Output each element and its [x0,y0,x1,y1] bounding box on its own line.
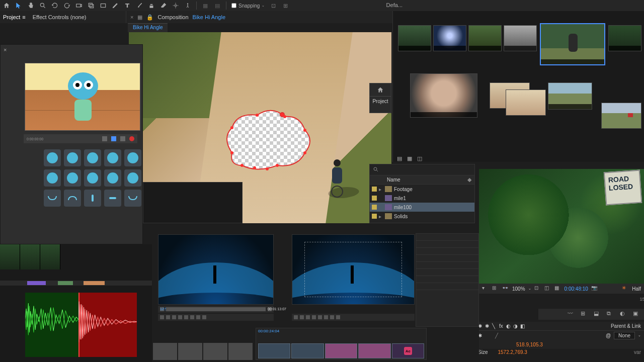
type-tool-icon[interactable] [124,2,131,9]
graphics-clip[interactable] [358,343,390,358]
graph-editor-icon[interactable]: 〰 [568,310,576,318]
expression-thumb[interactable] [124,149,141,166]
expression-thumb[interactable] [84,149,101,166]
list-view-icon[interactable]: ▤ [396,155,403,162]
freeform-view-icon[interactable]: ◫ [416,155,423,162]
project-tab[interactable]: Project ≡ [3,14,26,20]
label-swatch[interactable] [372,196,377,201]
overwrite-icon[interactable] [196,315,200,319]
expression-thumb[interactable] [104,169,121,187]
zoom-chevron-icon[interactable]: ⌄ [528,287,531,291]
project-item[interactable]: mile100 [370,203,474,212]
step-fwd-icon[interactable] [184,315,188,319]
record-icon[interactable] [129,136,134,141]
essential-graphics-panel[interactable] [416,233,479,327]
project-item[interactable]: ▸Solids [370,212,474,221]
align-icon[interactable]: ▦ [202,2,209,9]
expression-thumb[interactable] [44,149,61,166]
label-swatch[interactable] [372,205,377,210]
project-item[interactable]: ▸Footage [370,185,474,194]
secondary-viewer[interactable]: ROAD LOSED [479,169,644,284]
home-icon[interactable] [3,2,10,9]
parent-dropdown[interactable]: None [614,332,635,339]
insert-icon[interactable] [190,315,194,319]
3d-layer-icon[interactable]: ◧ [520,323,526,329]
hand-tool-icon[interactable] [27,2,34,9]
export-frame-icon[interactable] [202,315,206,319]
waveform-display[interactable] [25,293,137,357]
search-icon[interactable] [373,166,379,173]
zoom-tool-icon[interactable] [39,2,46,9]
expression-thumb[interactable] [104,149,121,166]
region-icon[interactable]: ◫ [544,285,551,292]
media-thumb-selected[interactable] [540,23,605,65]
zoom-value[interactable]: 100% [512,286,525,292]
grid-view-icon[interactable]: ▦ [406,155,413,162]
mark-out-icon[interactable] [166,315,170,319]
media-thumb[interactable] [398,25,431,51]
snap-grid-icon[interactable]: ⊞ [282,2,289,9]
selection-tool-icon[interactable] [15,2,22,9]
size-value[interactable]: 1572.2,769.3 [498,349,527,355]
3d-icon[interactable]: ⧉ [607,310,615,318]
close-icon[interactable]: × [4,47,7,53]
snap-edge-icon[interactable]: ⊡ [270,2,277,9]
snapping-checkbox[interactable] [231,3,236,8]
bin-thumb[interactable] [178,343,202,360]
step-back-icon[interactable] [172,315,176,319]
label-column-icon[interactable]: ◆ [467,176,471,183]
close-icon[interactable]: × [130,14,133,20]
resolution-icon[interactable]: ⊡ [534,285,541,292]
twirl-icon[interactable]: ▸ [379,214,383,219]
workspace-dropdown[interactable]: Defa... [386,2,403,8]
snapping-toggle[interactable]: Snapping ⌄ [231,3,265,9]
blur-icon[interactable]: ◐ [506,323,512,329]
brush-tool-icon[interactable] [136,2,143,9]
motion-blur-icon[interactable]: ◐ [620,310,628,318]
clone-stamp-tool-icon[interactable] [148,2,155,9]
graphics-clip[interactable] [325,343,357,358]
magnification-icon[interactable]: ▾ [482,285,489,292]
camera-tool-icon[interactable] [75,2,83,9]
bin-thumb[interactable] [153,343,177,360]
pen-tool-icon[interactable] [112,2,119,9]
grid-icon[interactable]: ⊞ [492,285,499,292]
composition-subtab[interactable]: Bike Hi Angle [128,23,168,32]
expression-thumb[interactable] [44,169,61,187]
render-queue-icon[interactable]: ⬓ [594,310,602,318]
tl-timecode[interactable]: 00:00:24:04 [258,329,279,333]
play-icon[interactable] [111,136,116,141]
comp-flow-icon[interactable]: ⊞ [581,310,589,318]
transparency-icon[interactable]: ▦ [554,285,561,292]
sequence-timeline[interactable]: 00:00:24:04 Ae [256,328,427,360]
viseme-thumb[interactable] [44,190,61,207]
label-swatch[interactable] [372,214,377,219]
media-thumb[interactable] [548,82,592,110]
project-column-header[interactable]: Name ◆ [370,175,474,185]
layers-icon[interactable]: ▦ [137,14,142,21]
viseme-thumb[interactable] [124,190,141,207]
effects-search-panel[interactable] [143,182,243,223]
snapshot-icon[interactable]: 📷 [591,285,598,292]
resolution-dropdown[interactable]: Half [632,286,641,292]
viseme-thumb[interactable] [84,190,101,207]
rotate-tool-icon[interactable] [63,2,70,9]
quality-icon[interactable]: fx [499,323,505,329]
expression-thumb[interactable] [124,169,141,187]
ae-linked-clip[interactable]: Ae [392,343,424,358]
media-thumb-face[interactable] [410,73,477,118]
color-mgmt-icon[interactable]: ✳ [622,285,629,292]
viseme-thumb[interactable] [64,190,81,207]
mask-icon[interactable]: 👓 [502,285,509,292]
effect-controls-tab[interactable]: Effect Controls (none) [33,14,87,20]
expression-thumb[interactable] [84,169,101,187]
mark-in-icon[interactable] [160,315,164,319]
video-clip[interactable] [291,343,324,358]
program-monitor[interactable] [292,234,415,305]
orbit-tool-icon[interactable] [51,2,58,9]
character-preview[interactable] [25,63,140,131]
pickwhip-icon[interactable]: @ [606,333,611,338]
adjust-icon[interactable]: ◑ [513,323,519,329]
pan-behind-tool-icon[interactable] [88,2,95,9]
layer-row[interactable]: ✱ ╱ @ None ⌄ [475,331,644,340]
